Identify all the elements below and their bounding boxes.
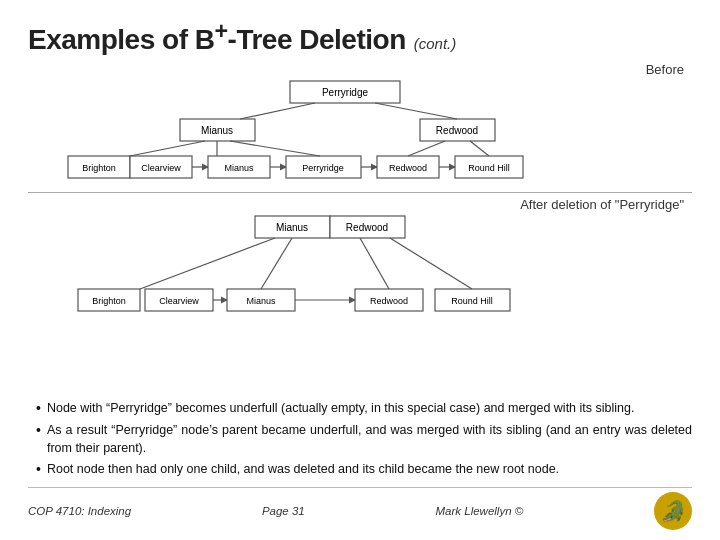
svg-text:Redwood: Redwood bbox=[436, 125, 478, 136]
footer-right: Mark Llewellyn © bbox=[436, 505, 524, 517]
svg-text:Mianus: Mianus bbox=[276, 222, 308, 233]
svg-text:Redwood: Redwood bbox=[370, 296, 408, 306]
svg-text:Round Hill: Round Hill bbox=[451, 296, 493, 306]
svg-line-24 bbox=[130, 141, 205, 156]
title-cont: (cont.) bbox=[414, 35, 457, 52]
bullet-text-2: As a result “Perryridge” node’s parent b… bbox=[47, 421, 692, 457]
title-row: Examples of B+-Tree Deletion (cont.) bbox=[28, 18, 692, 56]
svg-text:Perryridge: Perryridge bbox=[302, 163, 344, 173]
after-label: After deletion of "Perryridge" bbox=[520, 197, 684, 212]
section-divider bbox=[28, 192, 692, 193]
svg-line-6 bbox=[240, 103, 315, 119]
bullet-text-1: Node with “Perryridge” becomes underfull… bbox=[47, 399, 692, 419]
bullet-text-3: Root node then had only one child, and w… bbox=[47, 460, 692, 480]
bullet-dot-1: • bbox=[36, 399, 41, 419]
svg-text:Mianus: Mianus bbox=[201, 125, 233, 136]
bullet-dot-3: • bbox=[36, 460, 41, 480]
svg-line-7 bbox=[375, 103, 457, 119]
svg-line-48 bbox=[390, 238, 472, 289]
bullet-item-3: • Root node then had only one child, and… bbox=[36, 460, 692, 480]
svg-text:Clearview: Clearview bbox=[141, 163, 181, 173]
footer-center: Page 31 bbox=[262, 505, 305, 517]
svg-text:Brighton: Brighton bbox=[82, 163, 116, 173]
svg-line-28 bbox=[470, 141, 489, 156]
svg-text:Mianus: Mianus bbox=[246, 296, 276, 306]
bullet-dot-2: • bbox=[36, 421, 41, 457]
before-diagram-block: Before Perryridge Mianus Redwood Brighto… bbox=[28, 62, 692, 184]
svg-text:Clearview: Clearview bbox=[159, 296, 199, 306]
bullet-item-1: • Node with “Perryridge” becomes underfu… bbox=[36, 399, 692, 419]
before-label: Before bbox=[646, 62, 684, 77]
footer: COP 4710: Indexing Page 31 Mark Llewelly… bbox=[28, 487, 692, 530]
svg-line-27 bbox=[408, 141, 445, 156]
diagrams-area: Before Perryridge Mianus Redwood Brighto… bbox=[28, 62, 692, 390]
bullets-section: • Node with “Perryridge” becomes underfu… bbox=[28, 399, 692, 483]
svg-line-47 bbox=[360, 238, 389, 289]
bullet-item-2: • As a result “Perryridge” node’s parent… bbox=[36, 421, 692, 457]
svg-line-45 bbox=[140, 238, 275, 289]
svg-line-26 bbox=[230, 141, 320, 156]
after-diagram-block: After deletion of "Perryridge" Mianus Re… bbox=[28, 197, 692, 322]
svg-text:Redwood: Redwood bbox=[346, 222, 388, 233]
svg-text:Perryridge: Perryridge bbox=[322, 87, 369, 98]
footer-logo: 🐊 bbox=[654, 492, 692, 530]
svg-line-46 bbox=[261, 238, 292, 289]
svg-text:Round Hill: Round Hill bbox=[468, 163, 510, 173]
footer-left: COP 4710: Indexing bbox=[28, 505, 131, 517]
svg-text:Mianus: Mianus bbox=[224, 163, 254, 173]
page: Examples of B+-Tree Deletion (cont.) Bef… bbox=[0, 0, 720, 540]
svg-text:Brighton: Brighton bbox=[92, 296, 126, 306]
page-title: Examples of B+-Tree Deletion bbox=[28, 18, 406, 56]
svg-text:Redwood: Redwood bbox=[389, 163, 427, 173]
after-tree-svg: Mianus Redwood Brighton Clearview Mianus bbox=[50, 214, 670, 322]
before-tree-svg: Perryridge Mianus Redwood Brighton Clear… bbox=[50, 79, 670, 184]
